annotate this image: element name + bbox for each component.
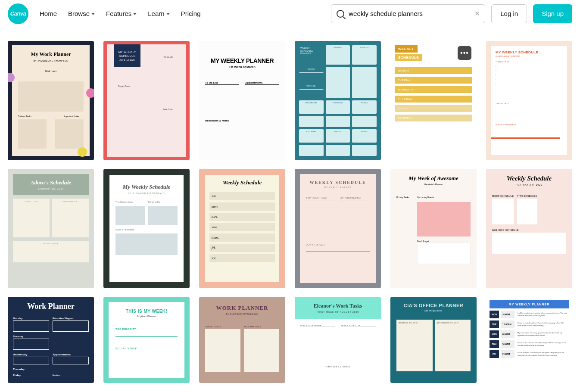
template-card[interactable]: THIS IS MY WEEK! Brigitte's Planner TOP … (103, 297, 190, 383)
template-card[interactable]: MY WEEKLY SCHEDULEJuly 6–13, 2020 To-Do … (103, 41, 190, 160)
card-title: Weekly Schedule (209, 179, 275, 186)
template-card[interactable]: WEEKLY SCHEDULE PLANNER MONDAY TUESDAY M… (295, 41, 381, 160)
template-card[interactable]: My Week of Awesome Henrietta's Planner P… (390, 169, 477, 288)
clear-icon[interactable]: × (475, 9, 480, 19)
card-title: Eleanor's Work Tasks (301, 303, 375, 309)
card-title: MY WEEKLY SCHEDULE (496, 50, 563, 54)
nav-pricing[interactable]: Pricing (177, 6, 205, 21)
chevron-down-icon (91, 13, 95, 15)
more-options-icon[interactable]: ••• (458, 46, 471, 60)
template-card[interactable]: CIA'S OFFICE PLANNER Get things done. MO… (390, 297, 477, 383)
nav-browse[interactable]: Browse (64, 6, 99, 21)
card-title: My Work Planner (18, 51, 84, 58)
chevron-down-icon (166, 13, 170, 15)
card-title: Work Planner (13, 302, 89, 311)
nav-learn[interactable]: Learn (143, 6, 174, 21)
template-card[interactable]: WEEKLY SCHEDULE MONDAY TUESDAY WEDNESDAY… (390, 41, 477, 160)
card-title: My Week of Awesome (396, 175, 471, 182)
card-title: THIS IS MY WEEK! (115, 309, 178, 314)
signup-button[interactable]: Sign up (533, 4, 572, 23)
card-title: MY WEEKLY PLANNER (490, 300, 569, 308)
template-card[interactable]: MY WEEKLY SCHEDULE BY JACQUELINE THOMPSO… (486, 41, 572, 160)
template-card[interactable]: Eleanor's Work TasksFIRST WEEK OF AUGUST… (295, 297, 381, 383)
search-box[interactable]: × (331, 4, 485, 23)
template-card[interactable]: My Weekly Schedule BY ELEANOR FITZGERALD… (103, 169, 190, 288)
card-title: CIA'S OFFICE PLANNER (396, 303, 471, 308)
card-title: My Weekly Schedule (115, 184, 178, 190)
login-button[interactable]: Log in (491, 4, 527, 23)
nav-home[interactable]: Home (35, 6, 61, 21)
template-card[interactable]: Weekly Schedule sun. mon. tues. wed. thu… (199, 169, 285, 288)
canva-logo[interactable]: Canva (8, 3, 28, 24)
chevron-down-icon (133, 13, 137, 15)
nav-features[interactable]: Features (102, 6, 141, 21)
template-card[interactable]: MY WEEKLY PLANNER MON3:00PMI will be con… (486, 297, 572, 383)
template-card[interactable]: WEEKLY SCHEDULE BY CLAUDIA ALVES TOP PRI… (295, 169, 381, 288)
template-card[interactable]: WORK PLANNER BY ELEANOR FITZGERALD URGEN… (199, 297, 285, 383)
search-icon (337, 10, 344, 18)
template-card[interactable]: Adora's ScheduleJANUARY 15, 2020 STUFF T… (8, 169, 94, 288)
card-title: WORK PLANNER (205, 305, 279, 311)
card-title: MY WEEKLY PLANNER (205, 57, 279, 64)
template-card[interactable]: MY WEEKLY PLANNER 1st Week of March To-D… (199, 41, 285, 160)
card-title: Weekly Schedule (492, 175, 566, 182)
flower-icon (78, 147, 87, 157)
template-card[interactable]: Weekly Schedule FOR MAY 3-9, 2020 M/W/F … (486, 169, 572, 288)
search-input[interactable] (349, 10, 470, 17)
card-title: Adora's Schedule (18, 179, 84, 186)
template-card[interactable]: Work Planner Monday Priorities/ Urgent: … (8, 297, 94, 383)
card-title: WEEKLY SCHEDULE (306, 180, 370, 185)
template-card[interactable]: My Work Planner BY JACQUELINE THOMPSON W… (8, 41, 94, 160)
flower-icon (86, 88, 94, 98)
